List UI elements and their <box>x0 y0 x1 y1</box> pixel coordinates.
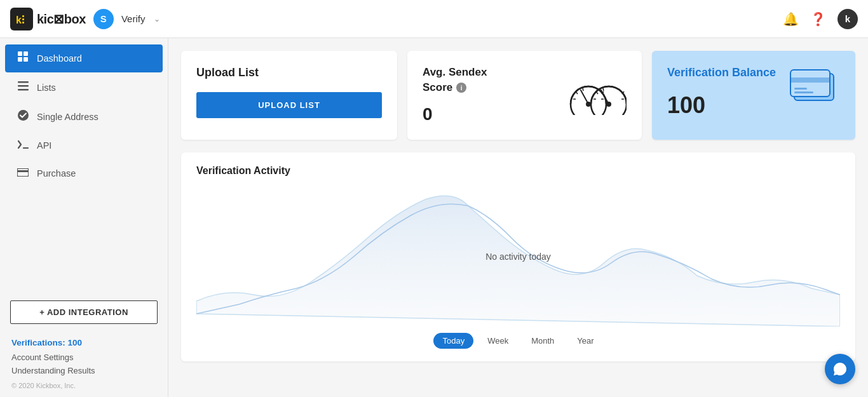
sidebar-item-api[interactable]: API <box>5 132 163 159</box>
sendex-score: 0 <box>423 104 487 124</box>
balance-inner: Verification Balance 100 <box>667 66 840 119</box>
main-content: Upload List UPLOAD LIST Avg. Sendex Scor… <box>168 38 868 397</box>
svg-line-24 <box>583 88 583 91</box>
upload-list-card: Upload List UPLOAD LIST <box>181 51 397 140</box>
sidebar: Dashboard Lists Single Address <box>0 38 168 397</box>
svg-rect-5 <box>18 51 22 56</box>
svg-rect-8 <box>24 57 28 62</box>
sidebar-item-single-address-label: Single Address <box>37 112 98 122</box>
svg-rect-2 <box>22 15 24 17</box>
svg-rect-7 <box>18 57 22 62</box>
time-filter-week[interactable]: Week <box>478 333 517 349</box>
sidebar-item-purchase-label: Purchase <box>37 168 76 178</box>
time-filter-year[interactable]: Year <box>568 333 602 349</box>
logo-icon: k <box>10 8 33 30</box>
cards-row: Upload List UPLOAD LIST Avg. Sendex Scor… <box>181 51 855 140</box>
help-icon[interactable]: ❓ <box>810 11 826 27</box>
sidebar-item-dashboard[interactable]: Dashboard <box>5 44 163 72</box>
sidebar-item-api-label: API <box>37 140 51 151</box>
single-address-icon <box>17 110 29 124</box>
dashboard-icon <box>17 51 29 65</box>
svg-rect-11 <box>18 89 29 91</box>
workspace-chevron-icon[interactable]: ⌄ <box>154 15 160 24</box>
svg-rect-34 <box>790 77 830 83</box>
gauge-graphic <box>569 74 627 118</box>
svg-rect-35 <box>794 88 807 90</box>
sidebar-item-purchase[interactable]: Purchase <box>5 160 163 187</box>
sendex-title-line2: Score i <box>423 81 487 94</box>
activity-card: Verification Activity No activity today <box>181 152 855 361</box>
verifications-label: Verifications: 100 <box>11 338 156 347</box>
workspace-name: Verify <box>121 13 146 24</box>
balance-title: Verification Balance <box>667 66 776 79</box>
svg-rect-3 <box>22 18 24 20</box>
copyright-text: © 2020 Kickbox, Inc. <box>11 382 156 389</box>
balance-left: Verification Balance 100 <box>667 66 776 119</box>
sidebar-item-lists-label: Lists <box>37 83 56 93</box>
add-integration-button[interactable]: + ADD INTEGRATION <box>10 300 158 324</box>
balance-icon <box>789 66 840 107</box>
api-icon <box>17 139 29 152</box>
topnav-right: 🔔 ❓ k <box>783 9 858 29</box>
workspace-badge: S <box>93 9 114 29</box>
svg-rect-4 <box>22 22 24 24</box>
sendex-title-line1: Avg. Sendex <box>423 66 487 79</box>
logo-text: kic⊠box <box>37 11 86 27</box>
sendex-card: Avg. Sendex Score i 0 <box>407 51 642 140</box>
sidebar-item-dashboard-label: Dashboard <box>37 53 82 64</box>
chat-bubble-button[interactable] <box>825 354 855 384</box>
svg-rect-14 <box>17 168 29 177</box>
svg-rect-15 <box>17 170 29 172</box>
sendex-left: Avg. Sendex Score i 0 <box>423 66 487 124</box>
svg-rect-36 <box>794 91 813 93</box>
svg-line-21 <box>601 90 609 104</box>
svg-rect-9 <box>18 81 29 83</box>
upload-list-button[interactable]: UPLOAD LIST <box>196 92 382 118</box>
topnav: k kic⊠box S Verify ⌄ 🔔 ❓ k <box>0 0 868 38</box>
lists-icon <box>17 81 29 95</box>
balance-card: Verification Balance 100 <box>652 51 855 140</box>
sidebar-footer: Verifications: 100 Account Settings Unde… <box>0 330 168 397</box>
no-activity-text: No activity today <box>485 252 551 262</box>
svg-line-29 <box>603 88 604 91</box>
account-settings-link[interactable]: Account Settings <box>11 353 156 362</box>
svg-rect-6 <box>24 51 28 56</box>
sendex-inner: Avg. Sendex Score i 0 <box>423 66 627 124</box>
bell-icon[interactable]: 🔔 <box>783 11 799 27</box>
sidebar-item-lists[interactable]: Lists <box>5 74 163 102</box>
chart-area: No activity today <box>196 187 840 326</box>
svg-rect-10 <box>18 85 29 87</box>
sidebar-nav: Dashboard Lists Single Address <box>0 43 168 294</box>
time-filter-today[interactable]: Today <box>433 333 473 349</box>
upload-list-title: Upload List <box>196 66 382 79</box>
layout: Dashboard Lists Single Address <box>0 38 868 397</box>
topnav-left: k kic⊠box S Verify ⌄ <box>10 8 160 30</box>
understanding-results-link[interactable]: Understanding Results <box>11 366 156 375</box>
info-icon[interactable]: i <box>456 83 466 93</box>
time-filter: Today Week Month Year <box>196 333 840 349</box>
balance-amount: 100 <box>667 92 776 119</box>
svg-text:k: k <box>16 15 22 25</box>
svg-line-18 <box>581 90 588 104</box>
activity-title: Verification Activity <box>196 165 840 177</box>
verifications-count: 100 <box>68 338 83 347</box>
purchase-icon <box>17 167 29 180</box>
time-filter-month[interactable]: Month <box>522 333 563 349</box>
logo: k kic⊠box <box>10 8 86 30</box>
user-avatar[interactable]: k <box>837 9 858 29</box>
svg-point-12 <box>18 110 29 121</box>
sidebar-item-single-address[interactable]: Single Address <box>5 103 163 131</box>
